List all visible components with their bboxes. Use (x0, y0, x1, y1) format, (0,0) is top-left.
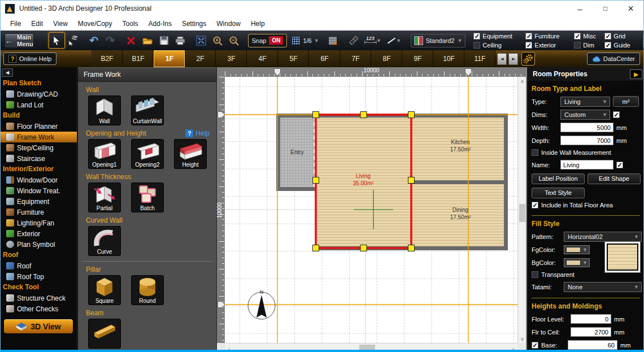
measure-tool-button[interactable] (346, 32, 362, 49)
tab-11f[interactable]: 11F (464, 50, 495, 67)
dims-checkbox[interactable]: ✓ (613, 111, 620, 118)
sidebar-item-step-ceiling[interactable]: Step/Ceiling (1, 142, 77, 153)
transparent-checkbox[interactable] (532, 271, 538, 278)
inside-wall-checkbox[interactable] (532, 149, 538, 156)
tab-4f[interactable]: 4F (247, 50, 278, 67)
flr-to-ceil-input[interactable]: 2700 (571, 327, 611, 337)
name-input[interactable]: Living (560, 160, 613, 170)
scroll-up-icon[interactable]: ∧ (518, 77, 526, 85)
include-total-checkbox[interactable]: ✓ (532, 202, 538, 208)
minimize-button[interactable]: – (567, 1, 593, 16)
horizontal-scrollbar[interactable]: ‹ › (225, 343, 517, 352)
sidebar-item-window-treat[interactable]: Window Treat. (1, 185, 77, 196)
menu-tools[interactable]: Tools (118, 18, 143, 30)
tool-round-pillar[interactable]: Round (131, 275, 164, 305)
close-button[interactable]: × (618, 1, 643, 16)
bgcolor-dropdown[interactable]: ▼ (564, 258, 590, 267)
online-help-button[interactable]: ? Online Help (3, 53, 56, 65)
tab-8f[interactable]: 8F (371, 50, 402, 67)
sidebar-item-plan-symbol[interactable]: Plan Symbol (1, 239, 77, 250)
guide-marker-left-2[interactable] (217, 301, 225, 308)
scroll-right-icon[interactable]: › (509, 344, 517, 352)
tool-wall[interactable]: Wall (88, 95, 121, 125)
view-3d-button[interactable]: 3D View (3, 319, 73, 334)
toggle-misc[interactable]: ✓Misc (574, 33, 604, 40)
zoom-out-button[interactable] (226, 32, 242, 49)
toggle-grid[interactable]: ✓Grid (604, 33, 637, 40)
snap-toggle-button[interactable]: Snap ON (248, 34, 288, 47)
help-link[interactable]: ? Help (185, 129, 210, 137)
tatami-dropdown[interactable]: None▼ (564, 282, 642, 292)
scroll-down-icon[interactable]: ∨ (518, 334, 526, 343)
fgcolor-dropdown[interactable]: ▼ (564, 245, 590, 254)
tool-partial[interactable]: Partial (88, 182, 121, 212)
multi-select-tool-button[interactable] (65, 32, 81, 49)
select-tool-button[interactable] (49, 32, 65, 49)
toggle-ceiling[interactable]: Ceiling (473, 42, 525, 49)
open-file-button[interactable] (140, 32, 156, 49)
tab-b2f[interactable]: B2F (92, 50, 123, 67)
sidebar-item-structure-check[interactable]: Structure Check (1, 293, 77, 303)
tool-curtainwall[interactable]: CurtainWall (131, 95, 164, 125)
sidebar-item-furniture[interactable]: Furniture (1, 207, 77, 218)
sidebar-item-land-lot[interactable]: Land Lot (1, 99, 77, 110)
menu-file[interactable]: File (5, 18, 26, 30)
guide-marker-top-1[interactable] (274, 68, 281, 76)
vertical-scrollbar[interactable]: ∧ ∨ (517, 77, 526, 343)
scroll-left-icon[interactable]: ‹ (225, 344, 233, 352)
menu-edit[interactable]: Edit (26, 18, 48, 30)
floor-settings-button[interactable] (521, 52, 535, 66)
tab-2f[interactable]: 2F (185, 50, 216, 67)
zoom-in-button[interactable] (210, 32, 226, 49)
tab-9f[interactable]: 9F (402, 50, 433, 67)
menu-add-ins[interactable]: Add-Ins (143, 18, 177, 30)
style-preset-dropdown[interactable]: Standard2 ▼ (411, 34, 466, 47)
sidebar-item-drawing-cad[interactable]: Drawing/CAD (1, 89, 77, 99)
tool-batch[interactable]: Batch (131, 182, 164, 212)
line-tool-dropdown[interactable]: ▼ (384, 32, 404, 49)
toggle-guide[interactable]: ✓Guide (604, 42, 637, 49)
edit-shape-button[interactable]: Edit Shape (588, 173, 641, 184)
main-menu-button[interactable]: ← Main Menu (5, 33, 34, 48)
toggle-dim[interactable]: Dim (574, 42, 604, 49)
name-checkbox[interactable]: ✓ (616, 162, 623, 168)
unit-m2-button[interactable]: m² (613, 96, 639, 107)
floor-plan-area[interactable]: Entry Living 35.00m² Kitchen 17.50m² Din… (225, 77, 517, 343)
tool-square-pillar[interactable]: Square (88, 275, 121, 305)
horizontal-ruler[interactable]: 10000 (217, 67, 526, 77)
guide-marker-top-2[interactable] (465, 68, 472, 76)
tab-10f[interactable]: 10F (433, 50, 464, 67)
fit-view-button[interactable] (193, 32, 210, 49)
label-position-button[interactable]: Label Position (532, 173, 585, 184)
delete-button[interactable] (123, 32, 140, 49)
grid-scale-dropdown[interactable]: 1/6 ▼ (291, 36, 319, 45)
tabs-scroll-right-button[interactable]: ► (508, 53, 518, 65)
sidebar-item-staircase[interactable]: Staircase (1, 153, 77, 164)
tab-b1f[interactable]: B1F (123, 50, 154, 67)
room-type-dropdown[interactable]: Living▼ (560, 97, 610, 107)
toggle-furniture[interactable]: ✓Furniture (525, 33, 574, 40)
tabs-scroll-left-button[interactable]: ◄ (497, 53, 507, 65)
sidebar-item-roof-top[interactable]: Roof Top (1, 271, 77, 282)
text-style-button[interactable]: Text Style (532, 188, 585, 198)
tab-1f[interactable]: 1F (154, 50, 185, 67)
dims-dropdown[interactable]: Custom▼ (560, 110, 610, 120)
sidebar-item-lighting-fan[interactable]: Lighting/Fan (1, 218, 77, 228)
panel-expand-button[interactable]: ▶ (630, 69, 642, 79)
maximize-button[interactable]: □ (593, 1, 618, 16)
tool-curve[interactable]: Curve (88, 226, 121, 256)
horizontal-scroll-thumb[interactable] (359, 345, 375, 351)
sidebar-item-floor-planner[interactable]: Floor Planner (1, 121, 77, 132)
texture-tool-button[interactable] (325, 32, 341, 49)
sidebar-item-roof[interactable]: Roof (1, 260, 77, 271)
tool-opening1[interactable]: Opening1 (88, 139, 121, 169)
undo-button[interactable]: ↶ (86, 32, 102, 49)
tool-height[interactable]: Height (174, 139, 207, 169)
menu-help[interactable]: Help (246, 18, 270, 30)
sidebar-item-exterior[interactable]: Exterior (1, 228, 77, 239)
tool-opening2[interactable]: Opening2 (131, 139, 164, 169)
toggle-exterior[interactable]: ✓Exterior (525, 42, 574, 49)
sidebar-item-equipment[interactable]: Equipment (1, 196, 77, 207)
redo-button[interactable]: ↷ (102, 32, 119, 49)
print-button[interactable] (172, 32, 189, 49)
